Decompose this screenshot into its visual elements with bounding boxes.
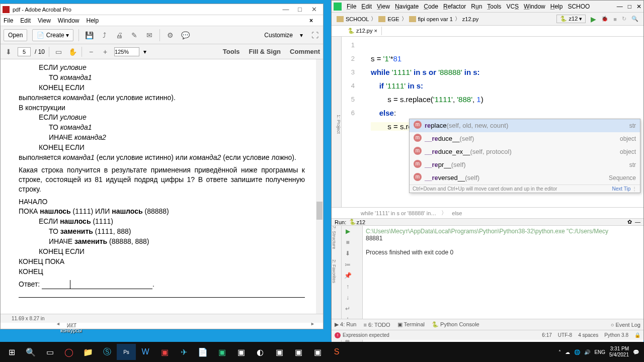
- error-icon[interactable]: !: [335, 332, 341, 338]
- menu-view[interactable]: View: [38, 17, 51, 24]
- zoom-out-icon[interactable]: −: [86, 47, 96, 57]
- notepad-icon[interactable]: 📄: [193, 344, 212, 360]
- system-tray[interactable]: ˄ ☁ 🌐 🔊 ENG 3:31 PM5/4/2021 💬: [558, 346, 642, 358]
- clock[interactable]: 3:31 PM5/4/2021: [609, 346, 629, 358]
- gear-icon[interactable]: ✿: [627, 219, 632, 225]
- hand-icon[interactable]: ✋: [67, 47, 77, 57]
- menu-view[interactable]: View: [377, 3, 390, 10]
- acrobat-titlebar[interactable]: pdf - Adobe Acrobat Pro — □ ✕: [1, 4, 323, 15]
- select-icon[interactable]: ▭: [53, 47, 63, 57]
- word-icon[interactable]: W: [136, 344, 155, 360]
- network-icon[interactable]: 🌐: [574, 349, 580, 355]
- autoc-item[interactable]: m__repr__(self)str: [410, 158, 640, 171]
- editor[interactable]: 123456 s = '1'*81 while '1111' in s or '…: [342, 37, 643, 207]
- run-config[interactable]: 🐍 z12 ▾: [556, 15, 586, 23]
- crumb-file[interactable]: z12.py: [462, 16, 478, 22]
- menu-edit[interactable]: Edit: [361, 3, 372, 10]
- autoc-item[interactable]: mreplace(self, old, new, count)str: [410, 119, 640, 132]
- create-button[interactable]: 📄 Create ▾: [32, 29, 73, 41]
- customize-button[interactable]: Customize: [264, 32, 293, 39]
- down-arrow-icon[interactable]: ↓: [344, 294, 352, 302]
- comment-link[interactable]: Comment: [290, 48, 320, 55]
- autoc-item[interactable]: m__reduce__(self)object: [410, 132, 640, 145]
- search-icon[interactable]: 🔍: [21, 344, 40, 360]
- close-doc-button[interactable]: ×: [309, 17, 313, 24]
- app-icon[interactable]: ▣: [289, 344, 308, 360]
- menu-help[interactable]: Help: [550, 3, 563, 10]
- menu-window[interactable]: Window: [524, 3, 545, 10]
- pycharm-task[interactable]: ▣: [212, 344, 231, 360]
- hscroll[interactable]: [56, 321, 315, 328]
- indent[interactable]: 4 spaces: [578, 332, 598, 338]
- search-icon[interactable]: 🔍: [631, 16, 638, 22]
- minimize-button[interactable]: —: [617, 3, 623, 10]
- lock-icon[interactable]: 🔒: [634, 332, 640, 338]
- pin-icon[interactable]: 📌: [344, 272, 352, 280]
- photoshop-icon[interactable]: Ps: [117, 344, 136, 360]
- tab[interactable]: 🐍 z12.py ×: [344, 27, 382, 35]
- app-icon[interactable]: ▣: [270, 344, 289, 360]
- notifications-icon[interactable]: 💬: [633, 349, 639, 355]
- layout-icon[interactable]: ≔: [344, 261, 352, 269]
- maximize-button[interactable]: □: [628, 3, 631, 10]
- taskview-icon[interactable]: ▭: [40, 344, 59, 360]
- menu-file[interactable]: File: [4, 17, 13, 24]
- snagit-icon[interactable]: S: [327, 344, 346, 360]
- vscroll[interactable]: [316, 59, 323, 314]
- down-icon[interactable]: ⬇: [344, 250, 352, 258]
- wrap-icon[interactable]: ↵: [344, 305, 352, 313]
- explorer-icon[interactable]: 📁: [78, 344, 98, 360]
- tab-run[interactable]: ▶ 4: Run: [335, 321, 356, 328]
- debug-button[interactable]: 🐞: [601, 16, 608, 22]
- volume-icon[interactable]: 🔊: [584, 349, 590, 355]
- menu-window[interactable]: Window: [58, 17, 79, 24]
- acrobat-task[interactable]: ▣: [155, 344, 174, 360]
- menu-help[interactable]: Help: [87, 17, 99, 24]
- menu-file[interactable]: File: [347, 3, 356, 10]
- pycharm-titlebar[interactable]: File Edit View Navigate Code Refactor Ru…: [332, 1, 643, 13]
- next-tip-link[interactable]: Next Tip: [612, 186, 631, 192]
- page-down-icon[interactable]: ⬇: [4, 47, 14, 57]
- autoc-item[interactable]: m__reversed__(self)Sequence: [410, 171, 640, 185]
- stop-button[interactable]: ■: [613, 16, 617, 22]
- autoc-item[interactable]: m__reduce_ex__(self, protocol)object: [410, 145, 640, 158]
- crumb[interactable]: EGE: [387, 16, 399, 22]
- zoom-in-icon[interactable]: +: [100, 47, 110, 57]
- chrome-icon[interactable]: ◐: [251, 344, 270, 360]
- desktop-shortcut[interactable]: ИКТконкурсы: [60, 322, 82, 333]
- run-button[interactable]: ▶: [591, 15, 596, 23]
- zoom-input[interactable]: [114, 47, 139, 56]
- print-icon[interactable]: 🖨: [114, 30, 124, 40]
- interpreter[interactable]: Python 3.8: [604, 332, 628, 338]
- close-button[interactable]: ✕: [636, 3, 641, 10]
- app-icon[interactable]: ▣: [308, 344, 327, 360]
- autocomplete-popup[interactable]: mreplace(self, old, new, count)str m__re…: [409, 119, 640, 193]
- telegram-icon[interactable]: ✈: [174, 344, 193, 360]
- save-icon[interactable]: 💾: [84, 30, 94, 40]
- side-project[interactable]: 1: Project: [332, 37, 342, 207]
- menu-code[interactable]: Code: [424, 3, 438, 10]
- up-arrow-icon[interactable]: ↑: [344, 283, 352, 291]
- expand-icon[interactable]: ⛶: [310, 30, 320, 40]
- rerun-icon[interactable]: ▶: [344, 228, 352, 236]
- crumb-root[interactable]: SCHOOL: [346, 16, 369, 22]
- tab-todo[interactable]: ≡ 6: TODO: [363, 322, 390, 328]
- hide-icon[interactable]: —: [635, 219, 640, 225]
- minimize-button[interactable]: —: [279, 6, 293, 13]
- menu-tools[interactable]: Tools: [487, 3, 501, 10]
- tools-link[interactable]: Tools: [223, 48, 240, 55]
- page-input[interactable]: [18, 47, 31, 56]
- crumb[interactable]: fipi open var 1: [418, 16, 453, 22]
- tab-python-console[interactable]: 🐍 Python Console: [432, 321, 479, 328]
- menu-refactor[interactable]: Refactor: [443, 3, 466, 10]
- menu-run[interactable]: Run: [471, 3, 482, 10]
- maximize-button[interactable]: □: [293, 6, 307, 13]
- skype-icon[interactable]: Ⓢ: [98, 344, 117, 360]
- menu-vcs[interactable]: VCS: [506, 3, 519, 10]
- tab-terminal[interactable]: ▣ Terminal: [397, 321, 425, 328]
- comment-icon[interactable]: 💬: [180, 30, 190, 40]
- edit-icon[interactable]: ✎: [129, 30, 139, 40]
- menu-navigate[interactable]: Navigate: [395, 3, 419, 10]
- mail-icon[interactable]: ✉: [144, 30, 154, 40]
- close-button[interactable]: ✕: [307, 6, 321, 13]
